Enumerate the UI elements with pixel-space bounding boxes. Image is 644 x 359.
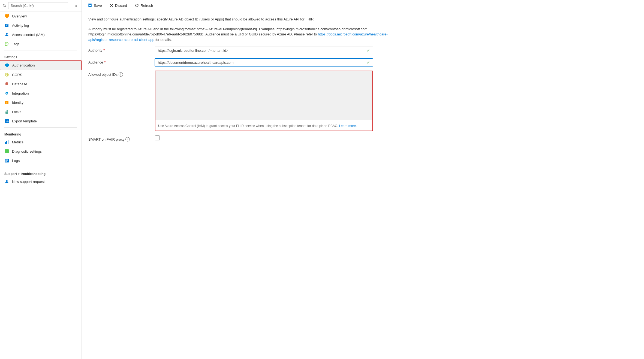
save-button[interactable]: Save: [86, 2, 104, 9]
settings-section-label: Settings: [0, 52, 82, 60]
smart-proxy-checkbox[interactable]: [155, 135, 160, 140]
sidebar-item-activity-log[interactable]: Activity log: [0, 21, 82, 30]
sidebar-item-tags[interactable]: Tags: [0, 39, 82, 49]
authentication-icon: [5, 63, 10, 68]
required-star: *: [104, 60, 106, 64]
new-support-request-icon: [4, 179, 9, 184]
save-label: Save: [94, 4, 102, 8]
refresh-icon: [135, 3, 139, 8]
svg-point-7: [6, 43, 7, 44]
description-line1: View and configure authentication settin…: [88, 17, 388, 22]
cors-icon: [4, 72, 9, 77]
textarea-hint: Use Azure Access Control (IAM) to grant …: [155, 121, 372, 131]
audience-row: Audience * https://documentdemo.azurehea…: [88, 59, 637, 66]
content-area: View and configure authentication settin…: [82, 11, 644, 359]
sidebar-item-label: New support request: [12, 180, 45, 184]
discard-label: Discard: [115, 4, 127, 8]
export-template-icon: </>: [4, 119, 9, 123]
locks-icon: [4, 109, 9, 114]
sidebar-item-authentication[interactable]: Authentication: [0, 60, 82, 70]
search-icon: [3, 4, 7, 8]
sidebar-item-overview[interactable]: 🧡 Overview: [0, 11, 82, 21]
svg-point-0: [3, 4, 5, 6]
sidebar-item-label: Diagnostic settings: [12, 149, 42, 153]
database-icon: [4, 82, 9, 86]
allowed-object-ids-textarea[interactable]: [155, 71, 372, 120]
required-star: *: [103, 48, 105, 52]
svg-point-5: [6, 33, 8, 35]
smart-proxy-row: SMART on FHIR proxy i: [88, 135, 637, 141]
svg-point-27: [6, 180, 8, 182]
sidebar-item-integration[interactable]: Integration: [0, 89, 82, 98]
sidebar-item-locks[interactable]: Locks: [0, 107, 82, 116]
svg-marker-6: [5, 42, 8, 46]
sidebar-item-label: Authentication: [12, 63, 35, 67]
svg-rect-30: [89, 6, 91, 7]
smart-proxy-checkbox-container: [155, 135, 373, 140]
sidebar-search-container: «: [0, 0, 82, 11]
refresh-button[interactable]: Refresh: [133, 2, 155, 9]
discard-icon: [110, 4, 113, 7]
sidebar-item-identity[interactable]: ? Identity: [0, 98, 82, 107]
metrics-icon: [4, 140, 9, 144]
sidebar-item-label: Overview: [12, 14, 27, 18]
sidebar-item-label: Export template: [12, 119, 37, 123]
svg-text:</>: </>: [6, 120, 9, 123]
authority-input[interactable]: https://login.microsoftonline.com/ <tena…: [155, 47, 373, 54]
learn-more-link[interactable]: Learn more.: [339, 124, 357, 128]
sidebar-item-diagnostic-settings[interactable]: Diagnostic settings: [0, 147, 82, 156]
integration-icon: [4, 91, 9, 96]
sidebar-item-label: Access control (IAM): [12, 33, 45, 37]
overview-icon: 🧡: [4, 14, 9, 19]
access-control-icon: [4, 32, 9, 37]
sidebar-item-label: Tags: [12, 42, 19, 46]
audience-label: Audience *: [88, 59, 148, 64]
diagnostic-settings-icon: [4, 149, 9, 154]
smart-proxy-label: SMART on FHIR proxy i: [88, 135, 148, 141]
sidebar-item-label: Database: [12, 82, 27, 86]
description-line2: Authority must be registered to Azure AD…: [88, 26, 388, 43]
sidebar-item-label: Integration: [12, 91, 29, 95]
divider-settings: [4, 50, 77, 50]
sidebar-item-logs[interactable]: Logs: [0, 156, 82, 165]
sidebar-item-metrics[interactable]: Metrics: [0, 137, 82, 147]
allowed-object-ids-label: Allowed object IDs i: [88, 71, 148, 77]
identity-icon: ?: [4, 100, 9, 105]
sidebar-item-export-template[interactable]: </> Export template: [0, 116, 82, 126]
logs-icon: [4, 158, 9, 163]
sidebar-item-label: Locks: [12, 110, 21, 114]
svg-rect-2: [5, 24, 8, 27]
svg-text:?: ?: [6, 102, 7, 104]
svg-line-1: [5, 6, 6, 7]
sidebar-item-database[interactable]: Database: [0, 79, 82, 89]
allowed-object-ids-info-icon[interactable]: i: [119, 72, 123, 77]
search-input[interactable]: [8, 2, 68, 9]
sidebar-item-label: CORS: [12, 73, 22, 77]
svg-rect-19: [5, 142, 6, 144]
smart-proxy-info-icon[interactable]: i: [125, 137, 130, 141]
sidebar-item-label: Identity: [12, 101, 23, 105]
activity-log-icon: [4, 23, 9, 28]
svg-rect-29: [89, 4, 91, 5]
authority-label: Authority *: [88, 47, 148, 52]
audience-input[interactable]: https://documentdemo.azurehealthcareapis…: [155, 59, 373, 66]
sidebar-item-label: Metrics: [12, 140, 23, 144]
sidebar-item-label: Activity log: [12, 23, 29, 28]
refresh-label: Refresh: [141, 4, 153, 8]
sidebar: « 🧡 Overview Activity log Access control…: [0, 0, 82, 359]
monitoring-section-label: Monitoring: [0, 129, 82, 137]
svg-marker-8: [5, 63, 9, 67]
allowed-object-ids-wrap: Use Azure Access Control (IAM) to grant …: [155, 71, 373, 131]
collapse-button[interactable]: «: [73, 3, 79, 8]
svg-rect-16: [5, 111, 8, 114]
discard-button[interactable]: Discard: [108, 2, 129, 9]
authority-input-wrap: https://login.microsoftonline.com/ <tena…: [155, 47, 373, 54]
authority-checkmark: ✓: [367, 48, 370, 53]
sidebar-item-access-control[interactable]: Access control (IAM): [0, 30, 82, 39]
sidebar-item-new-support-request[interactable]: New support request: [0, 177, 82, 186]
allowed-object-ids-box: Use Azure Access Control (IAM) to grant …: [155, 71, 373, 131]
main-content: Save Discard Refresh View and configure …: [82, 0, 644, 359]
save-icon: [88, 3, 92, 8]
sidebar-item-cors[interactable]: CORS: [0, 70, 82, 79]
tags-icon: [4, 41, 9, 46]
